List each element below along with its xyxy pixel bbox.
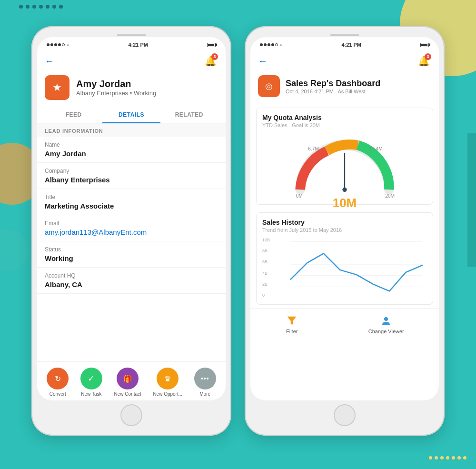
field-email-value[interactable]: amy.jordan113@AlbanyEnt.com bbox=[45, 228, 218, 236]
phone-1-signal: ○ bbox=[47, 42, 69, 47]
field-name-label: Name bbox=[45, 141, 218, 148]
phone-1-battery bbox=[207, 43, 216, 47]
field-company-value: Albany Enterprises bbox=[45, 176, 218, 184]
action-convert-label: Convert bbox=[50, 391, 66, 397]
action-new-opportunity[interactable]: ♛ New Opport... bbox=[153, 368, 182, 397]
dashboard-title: Sales Rep's Dashboard bbox=[286, 79, 380, 89]
quota-card-subtitle: YTD Sales - Goal is 20M bbox=[262, 122, 427, 128]
more-icon: ••• bbox=[194, 368, 216, 389]
phone-2-battery bbox=[420, 43, 429, 47]
field-name: Name Amy Jordan bbox=[37, 137, 226, 163]
phone-1-avatar: ★ bbox=[45, 75, 69, 100]
phone-2-back-button[interactable]: ← bbox=[258, 56, 268, 67]
phone-1-status-bar: ○ 4:21 PM bbox=[37, 37, 226, 50]
svg-point-12 bbox=[384, 317, 388, 321]
bg-decoration-rect-right bbox=[467, 133, 476, 267]
field-email: Email amy.jordan113@AlbanyEnt.com bbox=[37, 215, 226, 241]
sales-history-title: Sales History bbox=[262, 219, 427, 226]
action-new-task-label: New Task bbox=[81, 391, 101, 397]
phone-1-action-bar: ↻ Convert ✓ New Task 🎁 New Contact bbox=[37, 361, 226, 400]
filter-icon bbox=[285, 314, 298, 327]
tab-feed[interactable]: FEED bbox=[45, 107, 102, 123]
field-title-label: Title bbox=[45, 194, 218, 200]
action-more[interactable]: ••• More bbox=[194, 368, 216, 397]
phone-2-speaker bbox=[330, 34, 359, 36]
phone-1-profile-info: Amy Jordan Albany Enterprises • Working bbox=[76, 79, 156, 97]
action-new-contact-label: New Contact bbox=[114, 391, 141, 397]
dashboard-avatar-icon: ◎ bbox=[265, 81, 273, 91]
svg-marker-11 bbox=[288, 317, 296, 324]
field-name-value: Amy Jordan bbox=[45, 150, 218, 158]
change-viewer-tab-label: Change Viewer bbox=[368, 329, 404, 334]
dashboard-header: ◎ Sales Rep's Dashboard Oct 4, 2016 4:21… bbox=[250, 72, 439, 104]
quota-card: My Quota Analysis YTD Sales - Goal is 20… bbox=[256, 108, 433, 205]
svg-point-1 bbox=[342, 188, 347, 192]
quota-gauge: 0M 20M 6.7M 13.4M 10M bbox=[283, 132, 407, 199]
phone-1: ○ 4:21 PM ← 🔔 3 ★ bbox=[31, 26, 231, 436]
phone-1-tabs: FEED DETAILS RELATED bbox=[37, 107, 226, 123]
phone-1-app-header: ← 🔔 3 bbox=[37, 50, 226, 72]
quota-card-title: My Quota Analysis bbox=[262, 114, 427, 121]
action-convert[interactable]: ↻ Convert bbox=[47, 368, 69, 397]
svg-text:13.4M: 13.4M bbox=[369, 146, 382, 151]
phone-1-home-button[interactable] bbox=[120, 404, 142, 426]
dashboard-avatar: ◎ bbox=[258, 75, 280, 97]
tab-related[interactable]: RELATED bbox=[160, 107, 218, 123]
tab-details[interactable]: DETAILS bbox=[102, 107, 160, 123]
phone-2-notification-button[interactable]: 🔔 3 bbox=[416, 53, 431, 69]
phone-2-home-button[interactable] bbox=[334, 404, 356, 426]
phone-1-speaker bbox=[117, 34, 146, 36]
phone-1-details-content: LEAD INFORMATION Name Amy Jordan Company… bbox=[37, 123, 226, 361]
field-email-label: Email bbox=[45, 220, 218, 227]
avatar-icon: ★ bbox=[52, 81, 62, 94]
field-account-hq-value: Albany, CA bbox=[45, 280, 218, 289]
action-more-label: More bbox=[199, 391, 210, 397]
action-new-task[interactable]: ✓ New Task bbox=[80, 368, 102, 397]
lead-info-header: LEAD INFORMATION bbox=[37, 123, 226, 137]
phone-1-notification-button[interactable]: 🔔 3 bbox=[203, 53, 218, 69]
svg-text:6.7M: 6.7M bbox=[308, 146, 319, 151]
filter-tab[interactable]: Filter bbox=[285, 314, 298, 334]
phone-1-contact-subtitle: Albany Enterprises • Working bbox=[76, 90, 156, 97]
phone-2-app-header: ← 🔔 3 bbox=[250, 50, 439, 72]
field-account-hq-label: Account HQ bbox=[45, 272, 218, 279]
field-company-label: Company bbox=[45, 168, 218, 174]
phone-2-time: 4:21 PM bbox=[341, 42, 361, 48]
field-status: Status Working bbox=[37, 241, 226, 268]
action-new-opportunity-label: New Opport... bbox=[153, 391, 182, 397]
phone-2-screen: ○ 4:21 PM ← 🔔 3 ◎ bbox=[250, 37, 439, 400]
svg-text:0M: 0M bbox=[296, 193, 303, 199]
change-viewer-icon bbox=[379, 314, 393, 327]
bg-decoration-dots-top bbox=[19, 5, 63, 9]
phone-2-signal: ○ bbox=[260, 42, 282, 47]
sales-history-subtitle: Trend from July 2015 to May 2016 bbox=[262, 227, 427, 233]
field-status-value: Working bbox=[45, 254, 218, 262]
phone-1-back-button[interactable]: ← bbox=[45, 56, 54, 67]
phone-1-contact-name: Amy Jordan bbox=[76, 79, 156, 90]
new-opportunity-icon: ♛ bbox=[157, 368, 178, 389]
phone-1-profile: ★ Amy Jordan Albany Enterprises • Workin… bbox=[37, 72, 226, 107]
gauge-svg: 0M 20M 6.7M 13.4M bbox=[283, 132, 407, 199]
field-company: Company Albany Enterprises bbox=[37, 163, 226, 189]
dashboard-subtitle: Oct 4, 2016 4:21 PM . As Bill West bbox=[286, 89, 380, 94]
phone-2: ○ 4:21 PM ← 🔔 3 ◎ bbox=[245, 26, 445, 436]
phone-1-notif-badge: 3 bbox=[211, 53, 218, 60]
phone-1-screen: ○ 4:21 PM ← 🔔 3 ★ bbox=[37, 37, 226, 400]
phones-container: ○ 4:21 PM ← 🔔 3 ★ bbox=[19, 26, 457, 443]
field-status-label: Status bbox=[45, 246, 218, 253]
dashboard-bottom-tabs: Filter Change Viewer bbox=[250, 309, 439, 337]
sales-chart: 10B 8B 6B 4B 2B 0 bbox=[262, 237, 427, 299]
chart-svg bbox=[262, 237, 427, 299]
convert-icon: ↻ bbox=[47, 368, 69, 389]
phone-2-status-bar: ○ 4:21 PM bbox=[250, 37, 439, 50]
action-new-contact[interactable]: 🎁 New Contact bbox=[114, 368, 141, 397]
sales-history-card: Sales History Trend from July 2015 to Ma… bbox=[256, 212, 433, 305]
chart-y-axis: 10B 8B 6B 4B 2B 0 bbox=[262, 237, 270, 299]
field-account-hq: Account HQ Albany, CA bbox=[37, 268, 226, 294]
bg-decoration-dots-bottom bbox=[429, 456, 466, 459]
filter-tab-label: Filter bbox=[286, 329, 298, 334]
svg-text:20M: 20M bbox=[385, 193, 395, 199]
new-task-icon: ✓ bbox=[80, 368, 102, 389]
change-viewer-tab[interactable]: Change Viewer bbox=[368, 314, 404, 334]
field-title-value: Marketing Associate bbox=[45, 202, 218, 210]
